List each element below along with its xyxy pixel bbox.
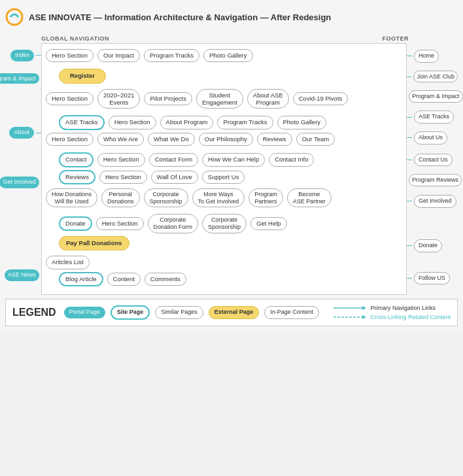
- node-reviews: Reviews: [257, 133, 292, 146]
- node-donate-page[interactable]: Donate: [59, 216, 92, 231]
- paypal-row: Pay Pall Donations: [59, 236, 402, 250]
- footer-program-reviews: Program Reviews: [409, 174, 462, 186]
- svg-marker-4: [362, 315, 366, 319]
- legend: LEGEND Portal Page Site Page Similar Pag…: [5, 299, 458, 326]
- nav-about[interactable]: About: [9, 127, 34, 139]
- nav-get-involved[interactable]: Get Involved: [0, 177, 39, 188]
- nav-ase-news[interactable]: ASE News: [5, 269, 39, 281]
- primary-nav-line-icon: [334, 305, 366, 311]
- left-nav-column: Index Program & Impact About Get Involve…: [5, 43, 41, 295]
- node-support-us: Support Us: [202, 171, 245, 184]
- node-hero-section-4: Hero Section: [46, 133, 94, 146]
- logo-icon: [5, 8, 24, 26]
- footer-column: Home Join ASE Club Program & Impact ASE …: [407, 43, 458, 295]
- node-become-ase-partner: BecomeASE Partner: [287, 188, 332, 208]
- svg-marker-2: [362, 306, 366, 310]
- node-corporate-donation-form: CorporateDonation Form: [148, 214, 199, 233]
- diagram-box: Hero Section Our Impact Program Tracks P…: [41, 43, 407, 295]
- node-hero-section-6: Hero Section: [99, 171, 147, 184]
- node-events: 2020–2021Events: [97, 89, 141, 109]
- node-photo-gallery-1: Photo Gallery: [203, 49, 253, 62]
- node-personal-donations: PersonalDonations: [101, 188, 140, 208]
- footer-donate: Donate: [414, 239, 442, 252]
- node-blog-article[interactable]: Blog Article: [59, 272, 103, 286]
- legend-portal-page: Portal Page: [64, 307, 105, 318]
- index-row: Hero Section Our Impact Program Tracks P…: [46, 49, 402, 62]
- reviews-row: Reviews Hero Section Wall Of Love Suppor…: [59, 170, 402, 184]
- node-corporate-sponsorship-2: CorporateSponsorship: [202, 214, 247, 233]
- nav-program[interactable]: Program & Impact: [0, 73, 39, 84]
- get-involved-row: How DonationsWill Be Used PersonalDonati…: [46, 188, 402, 208]
- node-content: Content: [107, 273, 141, 286]
- node-hero-section-3: Hero Section: [109, 116, 156, 129]
- node-our-team: Our Team: [296, 133, 335, 146]
- footer-contact-us: Contact Us: [414, 154, 453, 167]
- node-articles-list: Aritcles List: [46, 256, 90, 269]
- node-hero-section-1: Hero Section: [46, 49, 94, 62]
- legend-primary-nav-label: Primary Navigation Links: [370, 305, 436, 311]
- node-contact-info: Contact Info: [269, 153, 314, 166]
- node-student-engagement: StudentEngagement: [196, 89, 243, 109]
- footer-label: FOOTER: [383, 35, 409, 42]
- node-program-tracks-1: Program Tracks: [144, 49, 199, 62]
- about-row: Hero Section Who We Are What We Do Our P…: [46, 133, 402, 146]
- legend-in-page-content: In-Page Content: [264, 306, 319, 319]
- legend-site-page: Site Page: [111, 305, 150, 320]
- node-covid-pivots: Covid-19 Pivots: [293, 92, 349, 105]
- footer-get-involved: Get Involved: [414, 195, 456, 208]
- svg-point-0: [7, 9, 22, 25]
- node-contact-page[interactable]: Contact: [59, 152, 94, 167]
- node-how-we-can-help: How We Can Help: [202, 153, 265, 166]
- contact-row: Contact Hero Section Contact Form How We…: [59, 152, 402, 167]
- legend-external-page: External Page: [209, 306, 260, 319]
- nav-index[interactable]: Index: [10, 50, 34, 61]
- footer-about-us: About Us: [414, 131, 447, 144]
- node-our-philosophy: Our Philosophy: [199, 133, 253, 146]
- legend-title: LEGEND: [12, 307, 56, 318]
- donate-row: Donate Hero Section CorporateDonation Fo…: [59, 214, 402, 233]
- node-register[interactable]: Register: [59, 69, 106, 83]
- register-row: Register: [59, 69, 402, 83]
- blog-row: Blog Article Content Comments: [59, 272, 402, 286]
- ase-tracks-outer-row: ASE Tracks Hero Section About Program Pr…: [59, 115, 402, 129]
- node-reviews-page[interactable]: Reviews: [59, 170, 95, 184]
- legend-lines: Primary Navigation Links Cross-Linking R…: [334, 305, 451, 320]
- node-ase-tracks-page[interactable]: ASE Tracks: [59, 115, 105, 129]
- node-contact-form: Contact Form: [149, 153, 199, 166]
- legend-similar-pages: Similar Pages: [155, 306, 203, 319]
- node-paypal[interactable]: Pay Pall Donations: [59, 236, 129, 250]
- node-how-donations: How DonationsWill Be Used: [46, 188, 97, 208]
- footer-program: Program & Impact: [409, 90, 463, 103]
- page-title: ASE INNOVATE — Information Architecture …: [29, 12, 331, 22]
- node-program-tracks-2: Program Tracks: [217, 116, 273, 129]
- node-what-we-do: What We Do: [148, 133, 195, 146]
- ase-news-row: Aritcles List: [46, 256, 402, 269]
- legend-cross-link-label: Cross-Linking Related Content: [370, 314, 451, 320]
- node-pilot-projects: Pilot Projects: [144, 92, 192, 105]
- node-more-ways: More WaysTo Get Involved: [192, 188, 245, 208]
- footer-follow-us: Follow US: [414, 272, 450, 285]
- header: ASE INNOVATE — Information Architecture …: [5, 5, 458, 29]
- node-hero-section-2: Hero Section: [46, 92, 94, 105]
- global-nav-label: GLOBAL NAVIGATION: [41, 35, 109, 42]
- node-get-help: Get Help: [250, 217, 287, 230]
- node-hero-section-5: Hero Section: [97, 153, 145, 166]
- footer-join-ase: Join ASE Club: [413, 71, 458, 83]
- page: ASE INNOVATE — Information Architecture …: [0, 0, 463, 332]
- program-row: Hero Section 2020–2021Events Pilot Proje…: [46, 89, 402, 109]
- node-corporate-sponsorship-1: CorporateSponsorship: [144, 188, 188, 208]
- node-comments: Comments: [145, 273, 186, 286]
- node-hero-section-7: Hero Section: [96, 217, 144, 230]
- footer-ase-tracks: ASE Tracks: [414, 110, 454, 124]
- node-photo-gallery-2: Photo Gallery: [277, 116, 327, 129]
- node-who-we-are: Who We Are: [97, 133, 144, 146]
- node-program-partners: ProgramPartners: [249, 188, 283, 208]
- cross-link-line-icon: [334, 314, 366, 320]
- footer-home: Home: [414, 50, 439, 63]
- node-about-ase-program: About ASEProgram: [247, 89, 289, 109]
- node-wall-of-love: Wall Of Love: [151, 171, 198, 184]
- node-about-program: About Program: [160, 116, 214, 129]
- node-our-impact: Our Impact: [97, 49, 140, 62]
